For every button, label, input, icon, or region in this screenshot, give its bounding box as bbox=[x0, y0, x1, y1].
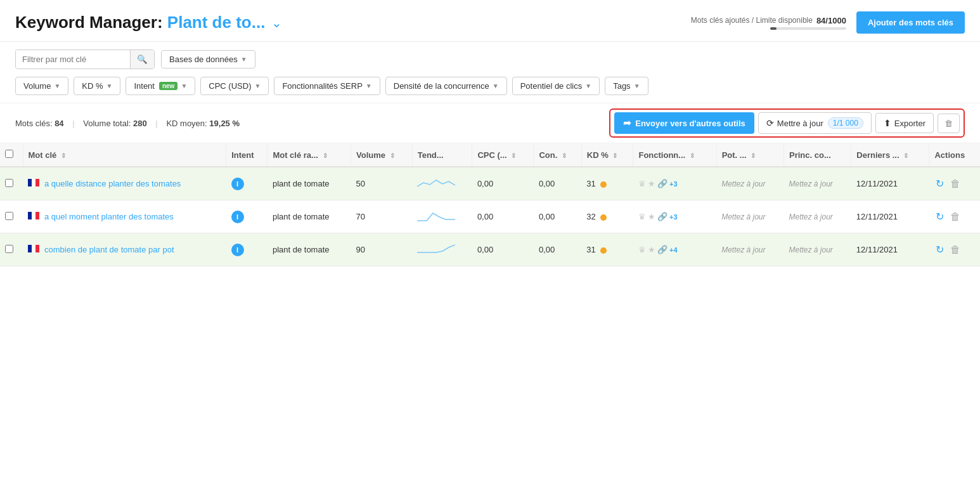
add-keywords-button[interactable]: Ajouter des mots clés bbox=[856, 11, 965, 34]
row-checkbox[interactable] bbox=[5, 179, 13, 187]
delete-button[interactable]: 🗑 bbox=[949, 177, 962, 191]
competition-filter-button[interactable]: Densité de la concurrence ▼ bbox=[385, 77, 507, 95]
col-keyword-sort[interactable]: ⇕ bbox=[61, 152, 66, 159]
col-parent-sort[interactable]: ⇕ bbox=[323, 152, 328, 159]
title-dropdown-arrow[interactable]: ⌄ bbox=[271, 15, 282, 30]
serp-filter-button[interactable]: Fonctionnalités SERP ▼ bbox=[274, 77, 380, 95]
cpc-filter-button[interactable]: CPC (USD) ▼ bbox=[200, 77, 269, 95]
mots-cles-value: 84 bbox=[55, 119, 63, 128]
row-keyword-cell: combien de plant de tomate par pot bbox=[23, 233, 226, 266]
row-checkbox-cell bbox=[0, 167, 23, 200]
potential-update: Mettez à jour bbox=[721, 245, 765, 254]
svg-rect-1 bbox=[32, 179, 35, 186]
col-parent-label: Mot clé ra... bbox=[273, 150, 318, 160]
title-prefix: Keyword Manager: bbox=[15, 13, 167, 32]
toolbar-row1: 🔍 Bases de données ▼ bbox=[0, 42, 980, 77]
col-trend: Tend... bbox=[412, 143, 472, 167]
serp-icons: ♛ ★ 🔗 +3 bbox=[638, 212, 711, 221]
database-filter-button[interactable]: Bases de données ▼ bbox=[161, 50, 255, 69]
keywords-table: Mot clé ⇕ Intent Mot clé ra... ⇕ Volume … bbox=[0, 143, 980, 266]
row-volume-cell: 70 bbox=[351, 200, 413, 233]
row-features-cell: ♛ ★ 🔗 +3 bbox=[633, 200, 716, 233]
search-input[interactable] bbox=[16, 50, 130, 69]
title-highlight: Plant de to... bbox=[167, 13, 266, 32]
col-keyword-label: Mot clé bbox=[29, 150, 57, 160]
volume-filter-button[interactable]: Volume ▼ bbox=[15, 77, 68, 95]
link-icon: 🔗 bbox=[657, 179, 667, 188]
row-checkbox[interactable] bbox=[5, 245, 13, 253]
row-intent-cell: I bbox=[226, 200, 268, 233]
link-icon: 🔗 bbox=[657, 245, 667, 254]
progress-bar bbox=[770, 27, 846, 30]
col-competition-sort[interactable]: ⇕ bbox=[562, 152, 567, 159]
refresh-button[interactable]: ↻ bbox=[934, 176, 945, 191]
update-button[interactable]: ⟳ Mettre à jour 1/1 000 bbox=[758, 112, 872, 134]
row-checkbox[interactable] bbox=[5, 212, 13, 220]
table-row: combien de plant de tomate par pot I pla… bbox=[0, 233, 980, 266]
kd-filter-label: KD % bbox=[82, 81, 103, 91]
trend-sparkline bbox=[417, 208, 455, 225]
intent-filter-button[interactable]: Intent new ▼ bbox=[126, 77, 195, 95]
delete-button[interactable]: 🗑 bbox=[949, 210, 962, 224]
row-features-cell: ♛ ★ 🔗 +4 bbox=[633, 233, 716, 266]
parent-keyword: plant de tomate bbox=[273, 212, 330, 221]
svg-rect-0 bbox=[28, 179, 32, 186]
volume-filter-label: Volume bbox=[23, 81, 51, 91]
row-date-cell: 12/11/2021 bbox=[851, 233, 929, 266]
export-button[interactable]: ⬆ Exporter bbox=[875, 113, 934, 133]
select-all-checkbox[interactable] bbox=[5, 150, 13, 158]
row-actions-cell: ↻ 🗑 bbox=[929, 167, 980, 200]
row-trend-cell bbox=[412, 233, 472, 266]
update-count: 1/1 000 bbox=[828, 117, 863, 129]
potential-dropdown-arrow: ▼ bbox=[585, 82, 591, 89]
col-derniers-sort[interactable]: ⇕ bbox=[903, 152, 908, 159]
col-kd-sort[interactable]: ⇕ bbox=[612, 152, 617, 159]
stats-sep2: | bbox=[155, 119, 157, 128]
stats-text: Mots clés: 84 | Volume total: 280 | KD m… bbox=[15, 119, 240, 128]
search-button[interactable]: 🔍 bbox=[130, 50, 154, 69]
date-value: 12/11/2021 bbox=[856, 245, 898, 254]
refresh-button[interactable]: ↻ bbox=[934, 242, 945, 257]
send-button[interactable]: ➦ Envoyer vers d'autres outils bbox=[614, 112, 754, 134]
tags-filter-button[interactable]: Tags ▼ bbox=[605, 77, 648, 95]
row-kd-cell: 31 bbox=[581, 167, 633, 200]
competition-value: 0,00 bbox=[539, 179, 555, 188]
volume-value: 90 bbox=[356, 245, 365, 254]
principal-update: Mettez à jour bbox=[789, 180, 833, 188]
col-cpc-sort[interactable]: ⇕ bbox=[511, 152, 516, 159]
delete-all-button[interactable]: 🗑 bbox=[938, 114, 960, 133]
limit-value: 84/1000 bbox=[816, 16, 846, 25]
row-competition-cell: 0,00 bbox=[534, 233, 581, 266]
col-volume-label: Volume bbox=[356, 150, 385, 160]
col-derniers-label: Derniers ... bbox=[856, 150, 899, 160]
serp-extra: +4 bbox=[669, 246, 678, 254]
table-wrapper: Mot clé ⇕ Intent Mot clé ra... ⇕ Volume … bbox=[0, 143, 980, 266]
col-competition-label: Con. bbox=[539, 150, 557, 160]
col-potential-sort[interactable]: ⇕ bbox=[751, 152, 756, 159]
header-right: Mots clés ajoutés / Limite disponible 84… bbox=[691, 11, 965, 34]
col-volume-sort[interactable]: ⇕ bbox=[390, 152, 395, 159]
page-title: Keyword Manager: Plant de to... bbox=[15, 13, 265, 32]
row-parent-cell: plant de tomate bbox=[268, 167, 351, 200]
send-label: Envoyer vers d'autres outils bbox=[635, 119, 745, 128]
row-date-cell: 12/11/2021 bbox=[851, 200, 929, 233]
keyword-link[interactable]: combien de plant de tomate par pot bbox=[44, 245, 174, 254]
col-kd-label: KD % bbox=[587, 150, 609, 160]
kd-filter-button[interactable]: KD % ▼ bbox=[74, 77, 120, 95]
col-features-sort[interactable]: ⇕ bbox=[690, 152, 695, 159]
intent-new-badge: new bbox=[159, 82, 177, 90]
crown-icon: ♛ bbox=[638, 245, 646, 254]
keyword-link[interactable]: a quel moment planter des tomates bbox=[44, 212, 174, 221]
col-kd: KD % ⇕ bbox=[581, 143, 633, 167]
export-icon: ⬆ bbox=[884, 118, 891, 128]
serp-filter-label: Fonctionnalités SERP bbox=[282, 81, 362, 91]
volume-value: 70 bbox=[356, 212, 365, 221]
col-keyword: Mot clé ⇕ bbox=[23, 143, 226, 167]
database-filter-label: Bases de données bbox=[169, 55, 238, 64]
refresh-button[interactable]: ↻ bbox=[934, 209, 945, 224]
delete-button[interactable]: 🗑 bbox=[949, 243, 962, 257]
keyword-link[interactable]: a quelle distance planter des tomates bbox=[44, 179, 181, 188]
potential-filter-button[interactable]: Potentiel de clics ▼ bbox=[512, 77, 600, 95]
col-cpc-label: CPC (... bbox=[477, 150, 506, 160]
action-buttons-group: ➦ Envoyer vers d'autres outils ⟳ Mettre … bbox=[609, 108, 965, 138]
